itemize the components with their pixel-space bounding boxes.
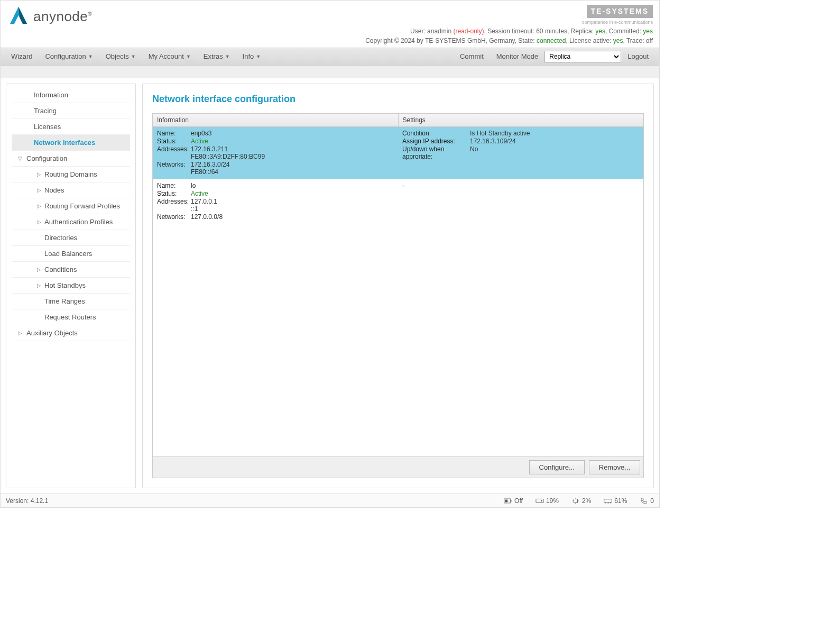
sidebar-item-routing-domains[interactable]: ▷Routing Domains [12, 167, 130, 182]
nav-extras[interactable]: Extras▼ [197, 48, 236, 65]
configure-button[interactable]: Configure... [529, 460, 585, 474]
cell-settings: - [398, 179, 643, 224]
sidebar-item-directories[interactable]: Directories [12, 230, 130, 246]
chevron-down-icon: ▼ [88, 54, 93, 59]
sidebar-item-routing-forward[interactable]: ▷Routing Forward Profiles [12, 198, 130, 214]
interface-table: Information Settings Name:enp0s3 Status:… [152, 113, 644, 479]
logo-area: anynode® [7, 5, 92, 28]
sidebar-item-load-balancers[interactable]: Load Balancers [12, 246, 130, 262]
sidebar-item-conditions[interactable]: ▷Conditions [12, 262, 130, 278]
footer-mem[interactable]: 61% [604, 497, 627, 505]
cpu-icon [571, 498, 580, 504]
footer-trace[interactable]: Off [504, 497, 523, 505]
chevron-right-icon: ▷ [37, 267, 41, 272]
version-label: Version: [6, 497, 29, 505]
sidebar-item-configuration[interactable]: ▽Configuration [12, 151, 130, 167]
memory-icon [604, 498, 612, 504]
table-row[interactable]: Name:lo Status:Active Addresses:127.0.0.… [153, 179, 643, 224]
chevron-right-icon: ▷ [37, 171, 41, 177]
cell-settings: Condition:Is Hot Standby active Assign I… [398, 127, 643, 179]
footer: Version: 4.12.1 Off 19% 2% 61% 0 [1, 493, 659, 507]
sidebar-item-licenses[interactable]: Licenses [12, 119, 130, 135]
sidebar-item-network-interfaces[interactable]: Network Interfaces [12, 135, 130, 151]
phone-icon [640, 498, 648, 504]
sidebar-item-auth-profiles[interactable]: ▷Authentication Profiles [12, 214, 130, 230]
col-information[interactable]: Information [153, 114, 399, 126]
page-title: Network interface configuration [152, 94, 644, 105]
svg-rect-3 [536, 499, 543, 502]
svg-rect-1 [511, 500, 512, 501]
main-panel: Network interface configuration Informat… [142, 84, 654, 489]
chevron-down-icon: ▼ [186, 54, 191, 59]
sidebar-item-auxiliary[interactable]: ▷Auxiliary Objects [12, 325, 130, 341]
svg-point-4 [541, 500, 542, 501]
battery-icon [504, 498, 512, 504]
nav-myaccount[interactable]: My Account▼ [142, 48, 197, 65]
chevron-right-icon: ▷ [37, 282, 41, 288]
nav-logout[interactable]: Logout [621, 48, 655, 65]
nav-wizard[interactable]: Wizard [5, 48, 39, 65]
version-value: 4.12.1 [31, 497, 48, 505]
replica-select[interactable]: Replica [544, 51, 621, 62]
footer-cpu[interactable]: 2% [571, 497, 591, 505]
cell-information: Name:lo Status:Active Addresses:127.0.0.… [153, 179, 398, 224]
chevron-down-icon: ▼ [256, 54, 261, 59]
sidebar: Information Tracing Licenses Network Int… [6, 84, 136, 489]
chevron-right-icon: ▷ [37, 219, 41, 225]
footer-disk[interactable]: 19% [536, 497, 559, 505]
status-line-2: Copyright © 2024 by TE-SYSTEMS GmbH, Ger… [365, 36, 653, 45]
vendor-logo: TE-SYSTEMS [587, 5, 653, 18]
sidebar-item-nodes[interactable]: ▷Nodes [12, 182, 130, 198]
chevron-down-icon: ▼ [131, 54, 136, 59]
chevron-right-icon: ▷ [37, 203, 41, 209]
nav-objects[interactable]: Objects▼ [99, 48, 142, 65]
sidebar-item-hot-standbys[interactable]: ▷Hot Standbys [12, 278, 130, 294]
sub-strip [1, 66, 659, 78]
col-settings[interactable]: Settings [399, 114, 644, 126]
chevron-right-icon: ▷ [18, 330, 22, 336]
status-line-1: User: anadmin (read-only), Session timeo… [365, 26, 653, 36]
disk-icon [536, 498, 544, 504]
chevron-down-icon: ▽ [18, 156, 22, 161]
table-row[interactable]: Name:enp0s3 Status:Active Addresses:172.… [153, 127, 643, 179]
remove-button[interactable]: Remove... [589, 460, 640, 474]
header: anynode® TE-SYSTEMS competence in e-comm… [1, 1, 659, 48]
nav-commit[interactable]: Commit [454, 48, 490, 65]
chevron-down-icon: ▼ [225, 54, 230, 59]
navbar: Wizard Configuration▼ Objects▼ My Accoun… [1, 48, 659, 66]
table-body: Name:enp0s3 Status:Active Addresses:172.… [153, 127, 643, 457]
svg-rect-10 [604, 499, 612, 502]
logo-icon [7, 5, 30, 28]
nav-info[interactable]: Info▼ [236, 48, 267, 65]
sidebar-item-information[interactable]: Information [12, 87, 130, 103]
header-right: TE-SYSTEMS competence in e-communication… [365, 5, 653, 45]
brand-text: anynode® [33, 8, 92, 25]
sidebar-item-time-ranges[interactable]: Time Ranges [12, 294, 130, 309]
nav-configuration[interactable]: Configuration▼ [39, 48, 99, 65]
sidebar-item-request-routers[interactable]: Request Routers [12, 309, 130, 325]
svg-rect-2 [505, 499, 508, 502]
svg-rect-5 [574, 499, 578, 502]
nav-monitor[interactable]: Monitor Mode [490, 48, 544, 65]
table-header: Information Settings [153, 114, 643, 127]
sidebar-item-tracing[interactable]: Tracing [12, 103, 130, 119]
cell-information: Name:enp0s3 Status:Active Addresses:172.… [153, 127, 398, 179]
chevron-right-icon: ▷ [37, 187, 41, 193]
vendor-sub: competence in e-communications [365, 19, 653, 26]
footer-calls[interactable]: 0 [640, 497, 654, 505]
table-footer: Configure... Remove... [153, 456, 643, 478]
